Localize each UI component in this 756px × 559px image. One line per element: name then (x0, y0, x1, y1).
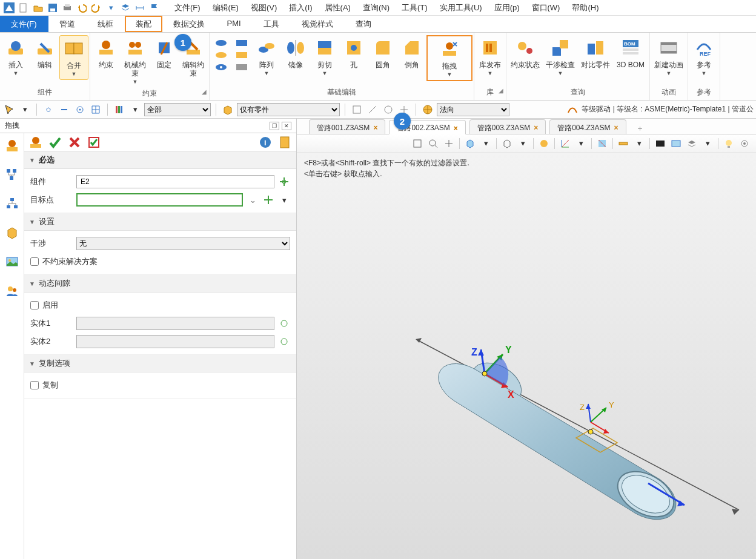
cube-icon[interactable] (463, 137, 477, 150)
menu-window[interactable]: 窗口(W) (526, 0, 566, 16)
snap-grid-icon[interactable] (89, 103, 102, 116)
filter-select-1[interactable]: 全部 (144, 103, 211, 116)
compare-button[interactable]: 对比零件 (578, 35, 613, 71)
body2-input[interactable] (76, 335, 274, 348)
chevron-down-icon[interactable]: ▾ (278, 194, 290, 206)
dropdown-icon[interactable]: ▾ (105, 2, 116, 13)
direction-select[interactable]: 法向 (437, 103, 509, 116)
viewport-3d[interactable]: <F8>或者<Shift-roll> 查找下一个有效的过滤器设置. <单击右键>… (297, 153, 756, 559)
menu-tools[interactable]: 工具(T) (396, 0, 434, 16)
body1-input[interactable] (76, 317, 274, 330)
expander-icon[interactable]: ◢ (499, 87, 503, 94)
zoom-icon[interactable] (426, 137, 440, 150)
mini-icon-2[interactable] (214, 51, 228, 61)
tab-pmi[interactable]: PMI (216, 16, 253, 32)
chevron-down-icon[interactable]: ▾ (574, 137, 588, 150)
mini-icon-5[interactable] (235, 51, 248, 61)
users-icon[interactable] (4, 282, 21, 299)
constraint-button[interactable]: 约束 (91, 35, 121, 71)
interference-select[interactable]: 无 (76, 237, 290, 250)
pick-icon[interactable] (262, 194, 274, 206)
chevron-down-icon[interactable]: ▾ (128, 103, 142, 116)
colorbox-black-icon[interactable] (654, 137, 667, 150)
color-bars-icon[interactable] (113, 103, 126, 116)
close-icon[interactable]: × (614, 124, 618, 132)
snap-center-icon[interactable] (73, 103, 87, 116)
section-settings-title[interactable]: 设置 (24, 213, 296, 231)
cursor-icon[interactable] (2, 103, 16, 116)
flag-icon[interactable] (149, 2, 160, 13)
section-required-title[interactable]: 必选 (24, 151, 296, 169)
new-anim-button[interactable]: 新建动画 ▼ (651, 35, 686, 79)
layers-icon[interactable] (685, 137, 698, 150)
chevron-down-icon[interactable]: ▾ (479, 137, 492, 150)
tool-icon-c[interactable] (382, 103, 395, 116)
print-icon[interactable] (62, 2, 73, 13)
edit-button[interactable]: 编辑 (30, 35, 59, 71)
lib-publish-button[interactable]: 库发布 ▼ (476, 35, 505, 79)
snap-point-icon[interactable] (42, 103, 55, 116)
tab-wireframe[interactable]: 线框 (87, 16, 125, 32)
redo-icon[interactable] (91, 2, 102, 13)
pick-icon[interactable] (278, 176, 290, 188)
pan-icon[interactable] (442, 137, 456, 150)
dimension-icon[interactable] (134, 2, 145, 13)
cut-button[interactable]: 剪切 ▼ (310, 35, 339, 79)
wireframe-icon[interactable] (500, 137, 514, 150)
tab-visualstyle[interactable]: 视觉样式 (291, 16, 345, 32)
tool-icon-a[interactable] (350, 103, 363, 116)
pattern-button[interactable]: 阵列 ▼ (252, 35, 281, 79)
section-icon[interactable] (595, 137, 609, 150)
tab-pipe[interactable]: 管道 (48, 16, 87, 32)
layers-icon[interactable] (120, 2, 131, 13)
insert-button[interactable]: 插入 ▼ (1, 35, 30, 79)
cancel-icon[interactable] (67, 134, 82, 150)
mini-icon-4[interactable] (235, 39, 248, 48)
new-tab-button[interactable]: ＋ (632, 123, 648, 134)
close-icon[interactable]: × (454, 124, 458, 133)
hierarchy-icon[interactable] (4, 195, 21, 212)
chevron-down-icon[interactable]: ▾ (516, 137, 529, 150)
menu-utilities[interactable]: 实用工具(U) (434, 0, 488, 16)
close-icon[interactable]: × (373, 124, 377, 132)
reference-button[interactable]: REF 参考 ▼ (689, 35, 718, 79)
tab-dataexchange[interactable]: 数据交换 (162, 16, 216, 32)
tab-query[interactable]: 查询 (345, 16, 383, 32)
hole-button[interactable]: 孔 (339, 35, 368, 71)
menu-file[interactable]: 文件(F) (168, 0, 207, 16)
menu-attributes[interactable]: 属性(A) (319, 0, 357, 16)
box-icon[interactable] (221, 103, 234, 116)
expander-icon[interactable]: ◢ (202, 88, 207, 95)
menu-view[interactable]: 视图(V) (245, 0, 283, 16)
menu-insert[interactable]: 插入(I) (283, 0, 318, 16)
chevron-down-icon[interactable]: ▾ (632, 137, 646, 150)
snap-mid-icon[interactable] (58, 103, 71, 116)
pick-icon[interactable] (278, 317, 290, 329)
info-icon[interactable]: i (257, 134, 273, 150)
save-icon[interactable] (47, 2, 58, 13)
restore-icon[interactable]: ❐ (270, 122, 279, 130)
merge-button[interactable]: 合并 ▼ (59, 35, 88, 80)
mech-constraint-button[interactable]: 机械约束 ▼ (121, 35, 150, 87)
chamfer-button[interactable]: 倒角 (397, 35, 426, 71)
globe-icon[interactable] (421, 103, 434, 116)
doc-tab-3[interactable]: 管路003.Z3ASM× (469, 119, 546, 134)
close-icon[interactable]: × (534, 124, 538, 132)
measure-icon[interactable] (617, 137, 630, 150)
colorbox-blue-icon[interactable] (669, 137, 683, 150)
section-gap-title[interactable]: 动态间隙 (24, 275, 296, 293)
settings-icon[interactable] (738, 137, 751, 150)
pick-icon[interactable] (278, 336, 290, 348)
render-icon[interactable] (537, 137, 551, 150)
help-icon[interactable] (277, 134, 293, 150)
menu-edit[interactable]: 编辑(E) (207, 0, 245, 16)
box3d-icon[interactable] (4, 224, 21, 241)
tool-icon-b[interactable] (366, 103, 379, 116)
target-input[interactable] (76, 193, 243, 207)
drag-button[interactable]: 拖拽 ▼ (426, 35, 472, 81)
interference-button[interactable]: 干涉检查 ▼ (543, 35, 578, 79)
mirror-button[interactable]: 镜像 (281, 35, 310, 71)
picture-icon[interactable] (4, 253, 21, 270)
drag-mode-icon[interactable] (4, 137, 21, 154)
enable-gap-checkbox[interactable] (30, 301, 39, 309)
